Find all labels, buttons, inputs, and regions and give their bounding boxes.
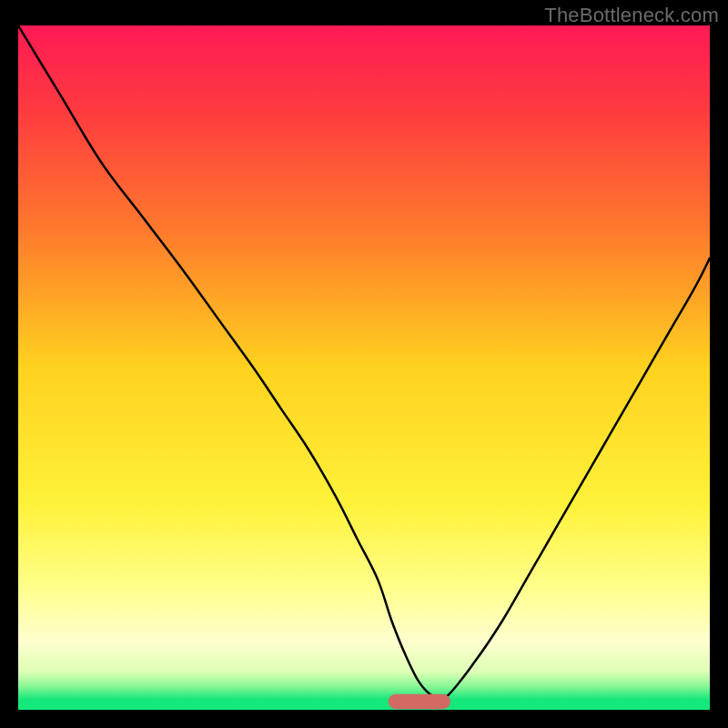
gradient-background [18, 25, 710, 710]
chart-frame: TheBottleneck.com [0, 0, 728, 728]
bottleneck-chart [18, 25, 710, 710]
plot-area [18, 25, 710, 710]
optimal-marker [389, 694, 450, 710]
watermark-text: TheBottleneck.com [544, 4, 719, 27]
